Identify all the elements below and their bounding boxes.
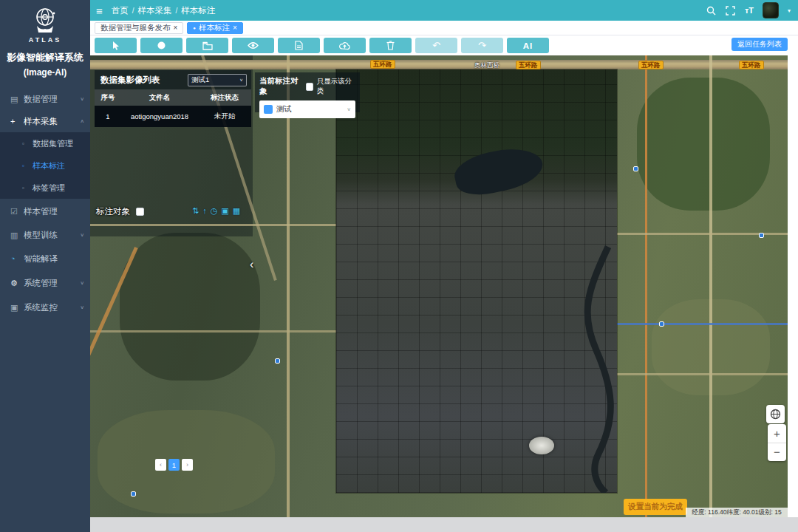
header-actions: тT ▾ — [706, 2, 798, 18]
top-header: ≡ 首页 / 样本采集 / 样本标注 тT ▾ — [90, 0, 798, 21]
next-page-button[interactable]: › — [182, 459, 193, 471]
return-task-list-button[interactable]: 返回任务列表 — [732, 38, 788, 51]
mini-toolbar: ⇅ ↑ ◷ ▣ ▦ — [192, 207, 240, 215]
annotation-objects-label: 标注对象 — [96, 206, 130, 217]
delete-button[interactable] — [369, 38, 412, 53]
class-color-swatch — [264, 105, 273, 114]
arrow-up-icon[interactable]: ↑ — [202, 207, 207, 215]
zoom-out-button[interactable]: − — [768, 443, 786, 462]
poi-marker — [659, 321, 664, 327]
road — [287, 55, 290, 517]
road-badge: 五环路 — [739, 61, 764, 69]
close-icon[interactable]: × — [174, 24, 178, 32]
sidebar-item-system-monitor[interactable]: ▣ 系统监控 ∨ — [0, 296, 90, 318]
road-badge: 五环路 — [370, 60, 395, 69]
tab-data-service[interactable]: 数据管理与服务发布 × — [95, 22, 183, 34]
class-select-value: 测试 — [276, 104, 343, 115]
redo-button[interactable]: ↷ — [461, 38, 503, 53]
tab-label: 样本标注 — [199, 23, 230, 33]
search-icon[interactable] — [706, 5, 717, 16]
column-index: 序号 — [95, 89, 121, 106]
panel-title: 当前标注对象 — [259, 76, 302, 97]
poi-marker — [633, 166, 638, 171]
draw-polygon-button[interactable] — [186, 38, 228, 53]
dataset-image-list-panel: 数据集影像列表 测试1 ∨ 序号 文件名 标注状态 1 aotigongyuan… — [95, 70, 251, 127]
sidebar-item-label: 数据管理 — [24, 94, 80, 105]
select-cursor-button[interactable] — [95, 38, 137, 53]
sidebar-item-dataset-manage[interactable]: ▫ 数据集管理 — [0, 132, 90, 154]
chevron-up-icon: ∧ — [80, 118, 84, 123]
sidebar-menu: ▤ 数据管理 ∨ + 样本采集 ∧ ▫ 数据集管理 ▫ 样本标注 ▫ — [0, 88, 90, 318]
draw-circle-button[interactable] — [140, 38, 183, 53]
dataset-image-overlay[interactable] — [336, 69, 617, 493]
bottom-strip — [90, 517, 798, 532]
sidebar-item-ai-interpret[interactable]: ◔ 智能解译 — [0, 248, 90, 270]
bar-chart-icon: ▥ — [10, 231, 24, 240]
filter-checkbox[interactable] — [306, 83, 313, 91]
map-canvas[interactable]: 五环路 五环路 五环路 五环路 奥林西桥 数据集影像列表 测试1 ∨ 序号 文件… — [90, 55, 788, 517]
annotation-objects-row: 标注对象 — [96, 206, 144, 217]
chevron-down-icon: ∨ — [239, 78, 243, 82]
breadcrumb-separator: / — [132, 7, 134, 15]
sidebar-item-label: 样本管理 — [24, 206, 84, 217]
sidebar: ATLAS 影像智能解译系统 (Image-AI) ▤ 数据管理 ∨ + 样本采… — [0, 0, 90, 532]
sidebar-item-system-manage[interactable]: ⚙ 系统管理 ∨ — [0, 272, 90, 294]
sidebar-item-label-manage[interactable]: ▫ 标签管理 — [0, 177, 90, 199]
panel-collapse-icon[interactable]: ‹ — [250, 258, 253, 271]
upload-button[interactable] — [324, 38, 366, 53]
sidebar-item-label: 样本标注 — [33, 160, 84, 171]
metro-line — [617, 323, 788, 325]
row-filename: aotigongyuan2018 — [121, 106, 198, 127]
dataset-icon: ▫ — [22, 140, 33, 147]
chevron-down-icon: ∨ — [347, 106, 351, 112]
road-orange — [645, 55, 647, 517]
breadcrumb-separator: / — [176, 7, 178, 15]
sidebar-item-model-train[interactable]: ▥ 模型训练 ∨ — [0, 224, 90, 246]
zoom-control: + − — [768, 424, 786, 461]
prev-page-button[interactable]: ‹ — [155, 459, 166, 471]
sidebar-item-sample-manage[interactable]: ☑ 样本管理 — [0, 200, 90, 222]
tab-sample-annotation[interactable]: ● 样本标注 × — [187, 22, 242, 34]
fullscreen-icon[interactable] — [726, 5, 736, 16]
label-class-select[interactable]: 测试 ∨ — [259, 100, 355, 118]
font-size-icon[interactable]: тT — [745, 6, 754, 15]
poi-marker — [131, 491, 136, 497]
sidebar-item-data-manage[interactable]: ▤ 数据管理 ∨ — [0, 88, 90, 110]
page-1-button[interactable]: 1 — [168, 459, 180, 471]
sidebar-item-sample-annotation[interactable]: ▫ 样本标注 — [0, 154, 90, 177]
basemap-globe-button[interactable] — [766, 405, 785, 423]
row-index: 1 — [95, 106, 121, 127]
river-path — [336, 69, 617, 493]
sidebar-item-label: 样本采集 — [24, 116, 80, 127]
set-complete-button[interactable]: 设置当前为完成 — [624, 499, 687, 515]
close-icon[interactable]: × — [233, 24, 237, 32]
chevron-down-icon: ∨ — [80, 96, 84, 101]
atlas-globe-icon — [30, 6, 61, 35]
ai-assist-button[interactable]: AI — [507, 38, 549, 53]
grid-icon[interactable]: ▦ — [233, 207, 240, 215]
database-icon: ▤ — [10, 95, 24, 104]
annotate-icon: ▫ — [22, 163, 33, 169]
hamburger-icon[interactable]: ≡ — [96, 4, 103, 17]
avatar[interactable] — [763, 2, 779, 18]
dataset-select[interactable]: 测试1 ∨ — [188, 74, 247, 86]
export-file-button[interactable] — [278, 38, 320, 53]
annotation-checkbox[interactable] — [136, 208, 144, 216]
zoom-in-button[interactable]: + — [768, 424, 786, 443]
road-badge: 五环路 — [516, 61, 541, 69]
road — [90, 330, 336, 332]
breadcrumb-sample-collect[interactable]: 样本采集 — [138, 5, 172, 16]
sort-icon[interactable]: ⇅ — [192, 207, 199, 215]
road — [90, 224, 336, 226]
undo-button[interactable]: ↶ — [415, 38, 457, 53]
image-icon[interactable]: ▣ — [221, 207, 228, 215]
caret-down-icon[interactable]: ▾ — [788, 7, 791, 14]
breadcrumb-home[interactable]: 首页 — [112, 5, 129, 16]
clock-icon[interactable]: ◷ — [211, 207, 218, 215]
app-title: 影像智能解译系统 — [0, 51, 90, 64]
ring-road — [90, 60, 788, 69]
sidebar-item-sample-collect[interactable]: + 样本采集 ∧ — [0, 110, 90, 132]
visibility-button[interactable] — [232, 38, 274, 53]
dataset-select-value: 测试1 — [191, 75, 239, 85]
table-row[interactable]: 1 aotigongyuan2018 未开始 — [95, 106, 251, 127]
